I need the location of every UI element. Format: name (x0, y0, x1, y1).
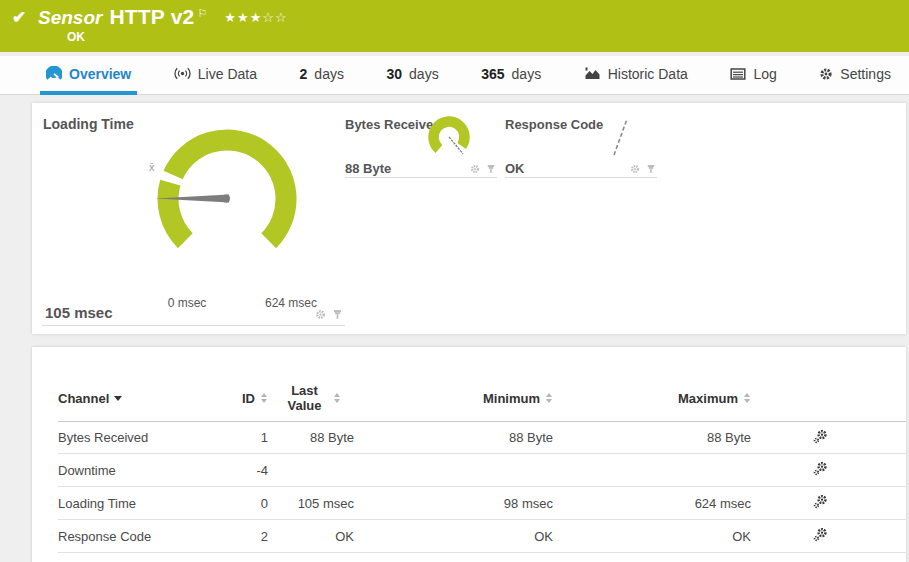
cell-last-value: OK (268, 529, 354, 544)
sensor-header: ✔ Sensor HTTP v2 ⚐ ★★★☆☆ OK (0, 0, 909, 52)
tab-label: Settings (840, 66, 891, 82)
gauge-settings-icon[interactable] (315, 309, 326, 320)
cell-id: 0 (228, 496, 268, 511)
cell-channel[interactable]: Response Code (58, 529, 228, 544)
cell-id: -4 (228, 463, 268, 478)
tab-label: Historic Data (608, 66, 688, 82)
cell-minimum: 88 Byte (354, 430, 553, 445)
table-header-row: Channel ID Last Value Minimum Maximum (58, 383, 906, 421)
bytes-received-value: 88 Byte (345, 161, 391, 176)
tab-label: days (409, 66, 439, 82)
tab-overview[interactable]: Overview (40, 56, 137, 95)
tab-number: 30 (386, 66, 402, 82)
cell-channel[interactable]: Loading Time (58, 496, 228, 511)
tab-label: days (512, 66, 542, 82)
gauge-max-label: 624 msec (254, 296, 328, 310)
table-row[interactable]: Bytes Received 1 88 Byte 88 Byte 88 Byte (58, 421, 906, 454)
edit-channel-icon[interactable] (813, 527, 828, 542)
sensor-status-badge: OK (67, 30, 909, 44)
log-list-icon (730, 67, 746, 81)
column-header-id[interactable]: ID (228, 391, 268, 406)
loading-time-gauge (122, 117, 332, 277)
tab-365-days[interactable]: 365 days (475, 56, 547, 95)
sort-icon (743, 392, 751, 404)
section-divider (345, 177, 497, 178)
tab-label: Overview (69, 66, 131, 82)
gear-icon (819, 67, 833, 81)
cell-maximum: 624 msec (553, 496, 751, 511)
gauges-panel: Loading Time x̄ 0 msec 624 msec 105 msec… (32, 103, 906, 334)
average-marker: x̄ (149, 161, 155, 173)
cell-minimum: OK (354, 529, 553, 544)
tab-live-data[interactable]: Live Data (168, 56, 263, 95)
section-divider (42, 325, 345, 326)
gauge-settings-icon[interactable] (630, 164, 640, 174)
response-code-gauge (600, 111, 634, 161)
gauge-min-label: 0 msec (150, 296, 224, 310)
table-row[interactable]: Downtime -4 (58, 454, 906, 487)
tab-settings[interactable]: Settings (813, 56, 897, 95)
tab-30-days[interactable]: 30 days (380, 56, 444, 95)
column-header-minimum[interactable]: Minimum (354, 391, 553, 406)
status-check-icon: ✔ (12, 7, 26, 28)
cell-maximum: 88 Byte (553, 430, 751, 445)
gauge-icon (46, 66, 62, 82)
channel-table-body: Bytes Received 1 88 Byte 88 Byte 88 Byte… (58, 421, 906, 553)
section-divider (505, 177, 657, 178)
priority-stars[interactable]: ★★★☆☆ (224, 10, 287, 25)
tab-label: Live Data (198, 66, 257, 82)
column-header-last-value[interactable]: Last Value (268, 383, 354, 413)
cell-last-value: 88 Byte (268, 430, 354, 445)
bytes-received-gauge (423, 109, 477, 165)
loading-time-value: 105 msec (45, 304, 113, 321)
edit-channel-icon[interactable] (813, 429, 828, 444)
pin-icon[interactable] (332, 309, 343, 320)
sort-icon (545, 392, 553, 404)
column-label: Minimum (483, 391, 540, 406)
tab-bar: Overview Live Data 2 days 30 days 365 da… (0, 56, 909, 95)
tab-number: 2 (300, 66, 308, 82)
pin-icon[interactable] (646, 164, 656, 174)
cell-channel[interactable]: Downtime (58, 463, 228, 478)
cell-id: 2 (228, 529, 268, 544)
live-icon (174, 66, 191, 81)
sort-caret-icon (114, 396, 122, 401)
loading-time-title: Loading Time (43, 116, 134, 132)
column-header-maximum[interactable]: Maximum (553, 391, 751, 406)
gauge-settings-icon[interactable] (470, 164, 480, 174)
column-label: Maximum (678, 391, 738, 406)
tab-number: 365 (481, 66, 504, 82)
column-label: Last Value (282, 383, 328, 413)
sort-icon (260, 392, 268, 404)
column-header-channel[interactable]: Channel (58, 391, 228, 406)
sensor-name: HTTP v2 (109, 5, 194, 29)
tab-2-days[interactable]: 2 days (294, 56, 350, 95)
channel-table-panel: Channel ID Last Value Minimum Maximum (32, 347, 906, 562)
cell-id: 1 (228, 430, 268, 445)
cell-maximum: OK (553, 529, 751, 544)
column-label: Channel (58, 391, 109, 406)
sensor-type-label: Sensor (38, 7, 102, 29)
pin-icon[interactable] (486, 164, 496, 174)
sort-icon (333, 392, 341, 404)
edit-channel-icon[interactable] (813, 494, 828, 509)
tab-label: days (314, 66, 344, 82)
cell-minimum: 98 msec (354, 496, 553, 511)
table-row[interactable]: Response Code 2 OK OK OK (58, 520, 906, 553)
tab-label: Log (753, 66, 776, 82)
column-label: ID (242, 391, 255, 406)
edit-channel-icon[interactable] (813, 461, 828, 476)
response-code-title: Response Code (505, 117, 603, 132)
cell-last-value: 105 msec (268, 496, 354, 511)
tab-historic-data[interactable]: Historic Data (578, 56, 694, 95)
priority-flag-icon[interactable]: ⚐ (197, 7, 207, 20)
tab-log[interactable]: Log (724, 56, 782, 95)
table-row[interactable]: Loading Time 0 105 msec 98 msec 624 msec (58, 487, 906, 520)
area-chart-icon (584, 66, 601, 81)
cell-channel[interactable]: Bytes Received (58, 430, 228, 445)
response-code-value: OK (505, 161, 525, 176)
gauge-needle (614, 119, 627, 155)
